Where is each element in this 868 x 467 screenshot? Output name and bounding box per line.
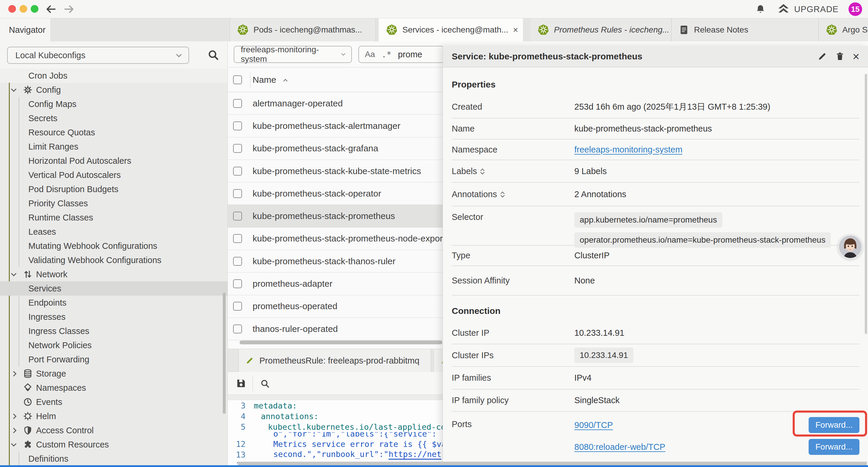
sidebar-item-validating-webhook-configurations[interactable]: Validating Webhook Configurations [0, 253, 227, 267]
row-checkbox[interactable] [233, 212, 242, 221]
sidebar-item-secrets[interactable]: Secrets [0, 111, 227, 125]
annotations-label: Annotations [452, 189, 497, 199]
port-link[interactable]: 8080:reloader-web/TCP [574, 442, 665, 452]
sidebar-item-namespaces[interactable]: Namespaces [0, 381, 227, 395]
sidebar-item-definitions[interactable]: Definitions [0, 451, 227, 466]
notification-count-badge[interactable]: 15 [848, 2, 862, 16]
sidebar-item-storage[interactable]: Storage [0, 367, 227, 381]
match-case-toggle[interactable]: Aa [365, 50, 375, 59]
row-checkbox[interactable] [233, 99, 242, 108]
navigator-tab-label: Navigator [9, 25, 45, 35]
sidebar-item-access-control[interactable]: Access Control [0, 423, 227, 437]
sidebar-item-events[interactable]: Events [0, 395, 227, 409]
navigator-panel-tab[interactable]: Navigator [0, 18, 50, 41]
namespace-selector[interactable]: freeleaps-monitoring-system [234, 46, 352, 63]
chevron-down-icon[interactable] [11, 441, 16, 446]
row-checkbox[interactable] [233, 234, 242, 243]
save-icon[interactable] [236, 378, 247, 389]
bottom-horizontal-scrollbar[interactable] [238, 462, 867, 465]
minimize-window-button[interactable] [20, 5, 27, 13]
chevron-right-icon[interactable] [11, 413, 16, 419]
row-checkbox[interactable] [233, 257, 242, 266]
tab-release-notes[interactable]: Release Notes [671, 18, 818, 41]
row-checkbox[interactable] [233, 302, 242, 311]
row-checkbox[interactable] [233, 167, 242, 176]
row-checkbox[interactable] [233, 279, 242, 288]
tab-close-icon[interactable]: × [513, 25, 518, 35]
port-link[interactable]: 9090/TCP [574, 420, 613, 430]
name-column-header[interactable]: Name [253, 67, 287, 92]
sidebar-item-config-maps[interactable]: Config Maps [0, 97, 227, 111]
close-window-button[interactable] [8, 5, 16, 13]
upgrade-button[interactable]: UPGRADE [777, 3, 838, 16]
table-horizontal-scrollbar[interactable] [240, 341, 442, 344]
upgrade-label: UPGRADE [794, 4, 838, 14]
sidebar-item-custom-resources[interactable]: Custom Resources [0, 437, 227, 451]
editor-tab-prometheusrule[interactable]: PrometheusRule: freeleaps-prod-rabbitmq [239, 349, 431, 372]
sidebar-item-pod-disruption-budgets[interactable]: Pod Disruption Budgets [0, 182, 227, 196]
sidebar-item-helm[interactable]: Helm [0, 409, 227, 423]
user-avatar[interactable] [838, 234, 863, 259]
labels-value[interactable]: 9 Labels [574, 167, 607, 176]
annotations-value[interactable]: 2 Annotations [574, 189, 626, 199]
select-all-checkbox[interactable] [233, 76, 242, 84]
expand-collapse-icon[interactable] [481, 168, 484, 175]
sidebar-item-cron-jobs[interactable]: Cron Jobs [0, 68, 227, 83]
sidebar-item-ingresses[interactable]: Ingresses [0, 310, 227, 324]
sidebar-item-runtime-classes[interactable]: Runtime Classes [0, 210, 227, 225]
expand-collapse-icon[interactable] [501, 191, 504, 198]
tab-services[interactable]: Services - icecheng@math... × [379, 18, 523, 41]
chevron-right-icon[interactable] [11, 371, 16, 376]
sidebar-item-network-policies[interactable]: Network Policies [0, 338, 227, 352]
forward-button[interactable]: Forward... [809, 417, 860, 433]
chevron-down-icon[interactable] [11, 86, 16, 92]
tab-prometheus-rules[interactable]: Prometheus Rules - icecheng... [530, 18, 671, 41]
tab-pods[interactable]: Pods - icecheng@mathmas... [229, 18, 376, 41]
sidebar-item-mutating-webhook-configurations[interactable]: Mutating Webhook Configurations [0, 239, 227, 253]
line-number: 13 [228, 450, 246, 459]
chevron-right-icon[interactable] [11, 428, 16, 433]
row-checkbox[interactable] [233, 324, 242, 333]
sidebar-item-config[interactable]: Config [0, 83, 227, 97]
sidebar-item-resource-quotas[interactable]: Resource Quotas [0, 125, 227, 140]
tab-strip: Navigator Pods - icecheng@mathmas... Ser… [0, 18, 868, 41]
editor-search-icon[interactable] [260, 378, 270, 389]
tab-argo[interactable]: Argo Se [818, 18, 868, 41]
sidebar-item-port-forwarding[interactable]: Port Forwarding [0, 352, 227, 367]
zoom-window-button[interactable] [31, 5, 38, 13]
sidebar-item-services[interactable]: Services [0, 282, 227, 296]
row-checkbox[interactable] [233, 121, 242, 130]
sidebar-item-label: Priority Classes [28, 199, 88, 208]
cluster-search-icon[interactable] [207, 49, 220, 61]
runbook-link[interactable]: https://net [389, 449, 441, 460]
row-checkbox[interactable] [233, 144, 242, 153]
sidebar-item-label: Ingresses [28, 312, 66, 322]
sidebar-item-endpoints[interactable]: Endpoints [0, 296, 227, 310]
chevron-down-icon[interactable] [11, 271, 16, 276]
sidebar-scrollbar[interactable] [223, 293, 226, 414]
notifications-bell-icon[interactable] [755, 4, 766, 14]
sidebar-item-horizontal-pod-autoscalers[interactable]: Horizontal Pod Autoscalers [0, 154, 227, 168]
drawer-scrollbar[interactable] [865, 74, 867, 334]
sidebar-item-network[interactable]: Network [0, 267, 227, 282]
sidebar-item-leases[interactable]: Leases [0, 225, 227, 239]
sidebar-item-vertical-pod-autoscalers[interactable]: Vertical Pod Autoscalers [0, 168, 227, 182]
delete-trash-icon[interactable] [835, 52, 845, 61]
sidebar-item-ingress-classes[interactable]: Ingress Classes [0, 324, 227, 338]
name-row: Name kube-prometheus-stack-prometheus [452, 119, 860, 140]
sidebar-item-label: Ingress Classes [28, 326, 89, 336]
kubeconfig-selector[interactable]: Local Kubeconfigs [7, 47, 189, 64]
filter-input[interactable]: Aa .* prome [359, 46, 444, 63]
sidebar-item-priority-classes[interactable]: Priority Classes [0, 196, 227, 210]
forward-arrow-icon[interactable] [63, 3, 75, 15]
tab-label: Release Notes [694, 25, 748, 35]
regex-toggle[interactable]: .* [381, 50, 392, 59]
drawer-close-icon[interactable]: × [852, 52, 860, 61]
sidebar-item-limit-ranges[interactable]: Limit Ranges [0, 140, 227, 154]
namespace-link[interactable]: freeleaps-monitoring-system [574, 145, 682, 154]
edit-pencil-icon[interactable] [817, 52, 827, 61]
forward-button[interactable]: Forward... [809, 439, 860, 455]
row-checkbox[interactable] [233, 189, 242, 198]
back-arrow-icon[interactable] [45, 3, 57, 15]
bottom-accent-bar [0, 465, 868, 467]
